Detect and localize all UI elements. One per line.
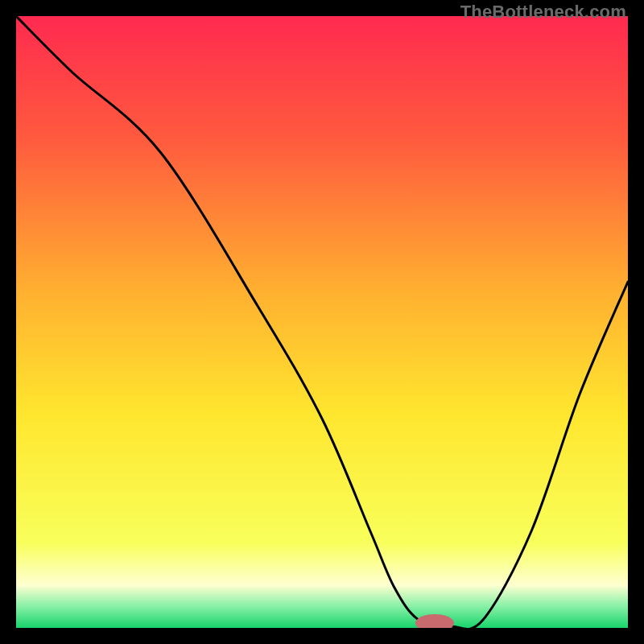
- chart-frame: [16, 16, 628, 628]
- bottleneck-chart: [16, 16, 628, 628]
- watermark-text: TheBottleneck.com: [460, 2, 626, 23]
- gradient-background: [16, 16, 628, 628]
